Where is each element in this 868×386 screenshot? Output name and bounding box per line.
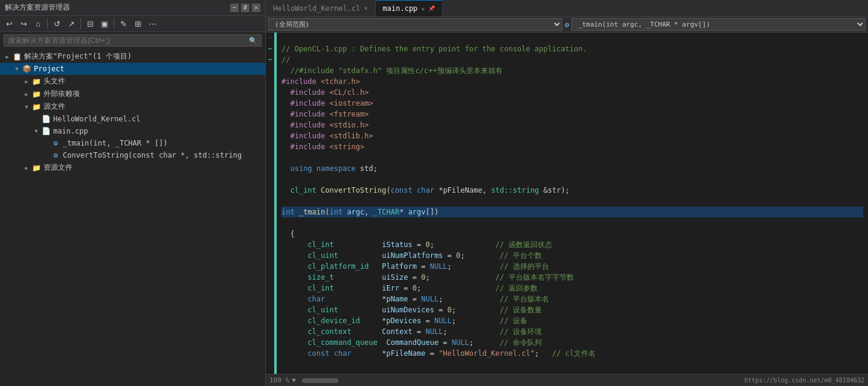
tab-main-label: main.cpp bbox=[383, 4, 418, 13]
minus-btn[interactable]: ⊟ bbox=[83, 17, 97, 30]
toolbar-sep3 bbox=[114, 18, 114, 29]
main-label: main.cpp bbox=[53, 127, 88, 135]
code-content: − − − bbox=[266, 33, 868, 374]
code-editor[interactable]: − − − bbox=[266, 33, 868, 374]
more-btn[interactable]: ⋯ bbox=[146, 17, 159, 30]
forward-btn[interactable]: ↪ bbox=[17, 17, 30, 30]
convert-label: ConvertToString(const char *, std::strin… bbox=[63, 151, 242, 159]
search-icon: 🔍 bbox=[249, 37, 257, 45]
scroll-track[interactable] bbox=[296, 378, 745, 383]
tree-item-kernel[interactable]: 📄 HelloWorld_Kernel.cl bbox=[0, 113, 265, 125]
expand-solution: ▶ bbox=[2, 52, 12, 62]
home-btn[interactable]: ⌂ bbox=[31, 17, 45, 30]
solution-panel-title: 解决方案资源管理器 ─ # × bbox=[0, 0, 265, 16]
editor-area: HelloWorld_Kernel.cl × main.cpp ✕ 📌 (全局范… bbox=[266, 0, 868, 386]
csdn-url[interactable]: https://blog.csdn.net/m0_48184632 bbox=[744, 377, 864, 384]
toolbar-sep2 bbox=[80, 18, 81, 29]
tab-kernel[interactable]: HelloWorld_Kernel.cl × bbox=[266, 0, 376, 16]
tab-pin[interactable]: 📌 bbox=[428, 5, 435, 11]
tree-view: ▶ 📋 解决方案"Project"(1 个项目) ▼ 📦 Project ▶ 📁… bbox=[0, 49, 265, 386]
gear-icon-convert: ⚙ bbox=[51, 150, 60, 160]
title-bar-controls: ─ # × bbox=[230, 4, 260, 12]
scope-dropdown[interactable]: (全局范围) bbox=[268, 18, 562, 31]
solution-icon: 📋 bbox=[12, 52, 22, 62]
scroll-thumb[interactable] bbox=[302, 378, 338, 383]
pin-btn[interactable]: # bbox=[241, 4, 249, 12]
externals-label: 外部依赖项 bbox=[43, 89, 80, 99]
gear-icon-tmain: ⚙ bbox=[51, 138, 60, 148]
tree-item-tmain[interactable]: ⚙ _tmain(int, _TCHAR * []) bbox=[0, 137, 265, 149]
search-box: 🔍 bbox=[4, 34, 262, 47]
code-lines[interactable]: // OpenCL-1.cpp : Defines the entry poin… bbox=[277, 33, 868, 374]
tree-item-sources[interactable]: ▼ 📁 源文件 bbox=[0, 100, 265, 113]
properties-btn[interactable]: ▣ bbox=[98, 17, 111, 30]
tree-item-externals[interactable]: ▶ 📁 外部依赖项 bbox=[0, 88, 265, 100]
tab-kernel-close[interactable]: × bbox=[364, 5, 368, 11]
tree-item-main[interactable]: ▼ 📄 main.cpp bbox=[0, 125, 265, 137]
solution-panel-label: 解决方案资源管理器 bbox=[5, 2, 70, 13]
tree-item-solution[interactable]: ▶ 📋 解决方案"Project"(1 个项目) bbox=[0, 50, 265, 63]
folder-icon-sources: 📁 bbox=[31, 102, 41, 112]
nav-bar: (全局范围) ⚙ _tmain(int argc, _TCHAR * argv[… bbox=[266, 17, 868, 33]
project-label: Project bbox=[34, 65, 65, 73]
tree-item-headers[interactable]: ▶ 📁 头文件 bbox=[0, 75, 265, 88]
tree-item-resources[interactable]: ▶ 📁 资源文件 bbox=[0, 161, 265, 174]
sync-btn[interactable]: ↺ bbox=[50, 17, 63, 30]
headers-label: 头文件 bbox=[43, 76, 65, 86]
solution-label: 解决方案"Project"(1 个项目) bbox=[24, 51, 132, 62]
expand-resources: ▶ bbox=[22, 163, 31, 173]
zoom-control: 100 % ▼ bbox=[269, 376, 296, 384]
project-icon: 📦 bbox=[22, 64, 31, 74]
tree-item-convert[interactable]: ⚙ ConvertToString(const char *, std::str… bbox=[0, 149, 265, 161]
zoom-value: 100 % bbox=[269, 376, 289, 384]
expand-kernel bbox=[31, 114, 41, 124]
folder-icon-externals: 📁 bbox=[31, 89, 41, 99]
tab-main-close[interactable]: ✕ bbox=[421, 5, 425, 12]
search-input[interactable] bbox=[8, 36, 249, 45]
tab-kernel-label: HelloWorld_Kernel.cl bbox=[273, 4, 361, 13]
back-btn[interactable]: ↩ bbox=[2, 17, 16, 30]
scroll-bar-area: 100 % ▼ https://blog.csdn.net/m0_4818463… bbox=[266, 374, 868, 386]
folder-icon-headers: 📁 bbox=[31, 77, 41, 86]
tmain-label: _tmain(int, _TCHAR * []) bbox=[63, 139, 167, 147]
solution-toolbar: ↩ ↪ ⌂ ↺ ↗ ⊟ ▣ ✎ ⊞ ⋯ bbox=[0, 16, 265, 32]
expand-convert bbox=[41, 150, 51, 160]
edit-btn[interactable]: ✎ bbox=[117, 17, 130, 30]
resources-label: 资源文件 bbox=[43, 162, 72, 173]
tree-item-project[interactable]: ▼ 📦 Project bbox=[0, 63, 265, 75]
expand-externals: ▶ bbox=[22, 89, 31, 99]
solution-panel: 解决方案资源管理器 ─ # × ↩ ↪ ⌂ ↺ ↗ ⊟ ▣ ✎ ⊞ ⋯ bbox=[0, 0, 266, 386]
expand-main: ▼ bbox=[31, 126, 41, 136]
zoom-dropdown-icon[interactable]: ▼ bbox=[292, 376, 296, 384]
close-panel-btn[interactable]: × bbox=[252, 4, 260, 12]
preview-btn[interactable]: ⊞ bbox=[131, 17, 144, 30]
expand-tmain bbox=[41, 138, 51, 148]
file-icon-kernel: 📄 bbox=[41, 114, 51, 124]
expand-sources: ▼ bbox=[22, 102, 31, 112]
tab-main[interactable]: main.cpp ✕ 📌 bbox=[376, 0, 443, 16]
expand-headers: ▶ bbox=[22, 77, 31, 86]
sources-label: 源文件 bbox=[43, 101, 65, 112]
toolbar-sep1 bbox=[47, 18, 48, 29]
tab-bar: HelloWorld_Kernel.cl × main.cpp ✕ 📌 bbox=[266, 0, 868, 17]
nav-icon: ⚙ bbox=[565, 21, 569, 29]
kernel-label: HelloWorld_Kernel.cl bbox=[53, 115, 141, 123]
fold-gutter: − − − bbox=[266, 33, 274, 374]
minimize-btn[interactable]: ─ bbox=[230, 4, 239, 12]
file-icon-main: 📄 bbox=[41, 126, 51, 136]
function-dropdown[interactable]: _tmain(int argc, _TCHAR * argv[]) bbox=[571, 18, 866, 31]
expand-project: ▼ bbox=[12, 64, 22, 74]
new-file-btn[interactable]: ↗ bbox=[65, 17, 78, 30]
folder-icon-resources: 📁 bbox=[31, 163, 41, 173]
